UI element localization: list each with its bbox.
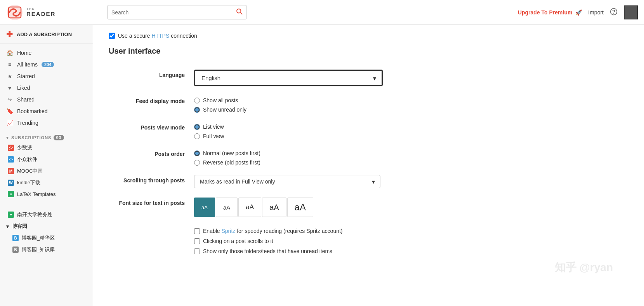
language-select[interactable]: English 中文 Deutsch Français Español [195,71,382,85]
feed-display-all-radio[interactable] [194,98,200,103]
sidebar: ✚ ADD A SUBSCRIPTION 🏠 Home ≡ All items … [0,25,93,306]
posts-view-full-label: Full view [203,133,224,139]
posts-view-label: Posts view mode [109,122,194,131]
folder-label: 博客园 [12,223,27,230]
scrolls-checkbox[interactable] [194,238,200,244]
sub-item-bky2[interactable]: B 博客园_知识库 [0,244,93,255]
scrolling-select[interactable]: Marks as read in Full View only Marks as… [194,175,380,188]
help-icon [610,8,618,16]
logo-icon [6,4,23,21]
font-size-group: aA aA aA aA aA [194,198,628,217]
unread-folders-checkbox[interactable] [194,248,200,254]
search-bar[interactable] [107,5,247,19]
font-size-btn-4[interactable]: aA [262,198,286,217]
avatar[interactable] [624,5,638,19]
sub-label-kindle: kindle下载 [17,179,40,186]
upgrade-link[interactable]: Upgrade To Premium 🚀 [518,9,582,16]
sub-item-latex[interactable]: ✦ LaTeX Templates [0,189,93,199]
unread-folders-check-item[interactable]: Show only those folders/feeds that have … [194,248,628,254]
posts-order-reverse-radio[interactable] [194,160,200,166]
font-size-control: aA aA aA aA aA [194,198,628,217]
sub-label-latex: LaTeX Templates [17,191,56,197]
sub-item-xiao[interactable]: 小 小众软件 [0,154,93,165]
posts-view-list[interactable]: List view [194,124,628,130]
sidebar-item-shared[interactable]: ↪ Shared [0,94,93,105]
font-size-btn-5[interactable]: aA [287,198,313,217]
scrolling-select-wrapper: Marks as read in Full View only Marks as… [194,175,380,188]
posts-view-list-radio[interactable] [194,124,200,130]
folder-header-bokeyuan[interactable]: ▾ 博客园 [0,220,93,232]
sidebar-item-starred[interactable]: ★ Starred [0,70,93,82]
sidebar-item-all-items[interactable]: ≡ All items 204 [0,59,93,70]
add-subscription-label: ADD A SUBSCRIPTION [17,31,72,37]
spritz-label: Enable Spritz for speedy reading (requir… [203,228,343,234]
sidebar-item-bookmarked[interactable]: 🔖 Bookmarked [0,105,93,117]
sidebar-item-liked[interactable]: ♥ Liked [0,82,93,94]
sidebar-item-home[interactable]: 🏠 Home [0,47,93,59]
sub-item-nankai[interactable]: ✦ 南开大学教务处 [0,209,93,220]
plus-icon: ✚ [6,30,13,39]
star-icon: ★ [6,73,13,79]
https-checkbox[interactable] [109,33,115,39]
posts-view-full[interactable]: Full view [194,133,628,139]
https-link[interactable]: HTTPS [151,33,169,39]
checkboxes-control: Enable Spritz for speedy reading (requir… [194,226,628,254]
search-button[interactable] [236,8,243,17]
spritz-check-item[interactable]: Enable Spritz for speedy reading (requir… [194,228,628,234]
posts-view-full-radio[interactable] [194,133,200,139]
header-right: Upgrade To Premium 🚀 Import [518,5,638,19]
font-size-btn-3[interactable]: aA [238,198,261,217]
font-size-label: Font size for text in posts [109,198,194,206]
https-label[interactable]: Use a secure HTTPS connection [118,33,197,39]
sidebar-item-all-items-label: All items [17,61,38,68]
feed-display-radio-group: Show all posts Show unread only [194,96,628,113]
sidebar-item-trending-label: Trending [17,120,38,126]
font-size-btn-1[interactable]: aA [194,198,215,217]
sub-label-nankai: 南开大学教务处 [17,211,52,218]
import-link[interactable]: Import [588,9,604,16]
spritz-link[interactable]: Spritz [221,228,235,234]
add-subscription-button[interactable]: ✚ ADD A SUBSCRIPTION [0,25,93,44]
posts-order-normal[interactable]: Normal (new posts first) [194,150,628,156]
sub-favicon-shao: 少 [8,145,14,151]
posts-order-control: Normal (new posts first) Reverse (old po… [194,149,628,166]
feed-display-unread[interactable]: Show unread only [194,107,628,113]
posts-view-list-label: List view [203,124,224,130]
help-button[interactable] [610,8,618,17]
feed-display-label: Feed display mode [109,96,194,104]
feed-display-all[interactable]: Show all posts [194,97,628,103]
sub-item-empty [0,199,93,209]
scrolls-check-item[interactable]: Clicking on a post scrolls to it [194,238,628,244]
sub-label-xiao: 小众软件 [17,156,37,163]
sub-item-shao[interactable]: 少 少数派 [0,142,93,154]
subscriptions-count-badge: 93 [54,135,64,140]
sub-item-mooc[interactable]: M MOOC中国 [0,165,93,177]
share-icon: ↪ [6,96,13,103]
sub-label-bky2: 博客园_知识库 [22,246,55,253]
posts-order-reverse[interactable]: Reverse (old posts first) [194,159,628,166]
settings-table: Language English 中文 Deutsch Français Esp… [109,65,628,259]
sidebar-item-trending[interactable]: 📈 Trending [0,117,93,129]
scrolling-label: Scrolling through posts [109,175,194,184]
bookmark-icon: 🔖 [6,108,13,114]
home-icon: 🏠 [6,50,13,56]
feed-display-unread-label: Show unread only [203,107,246,113]
rocket-icon: 🚀 [575,9,582,16]
search-input[interactable] [111,9,236,16]
sidebar-item-shared-label: Shared [17,96,35,103]
sidebar-nav: 🏠 Home ≡ All items 204 ★ Starred ♥ Liked… [0,44,93,132]
posts-order-row: Posts order Normal (new posts first) Rev… [109,144,628,170]
scrolls-label: Clicking on a post scrolls to it [203,238,273,244]
feed-display-unread-radio[interactable] [194,107,200,113]
https-row: Use a secure HTTPS connection [109,33,628,39]
font-size-btn-2[interactable]: aA [216,198,238,217]
spritz-checkbox[interactable] [194,228,200,234]
all-items-badge: 204 [42,62,54,67]
sub-item-kindle[interactable]: W kindle下载 [0,177,93,189]
subscriptions-chevron-icon[interactable]: ▾ [6,135,9,140]
posts-order-normal-radio[interactable] [194,150,200,156]
scrolling-row: Scrolling through posts Marks as read in… [109,170,628,193]
posts-order-label: Posts order [109,149,194,157]
sub-favicon-xiao: 小 [8,156,14,163]
sub-item-bky1[interactable]: B 博客园_精华区 [0,232,93,244]
